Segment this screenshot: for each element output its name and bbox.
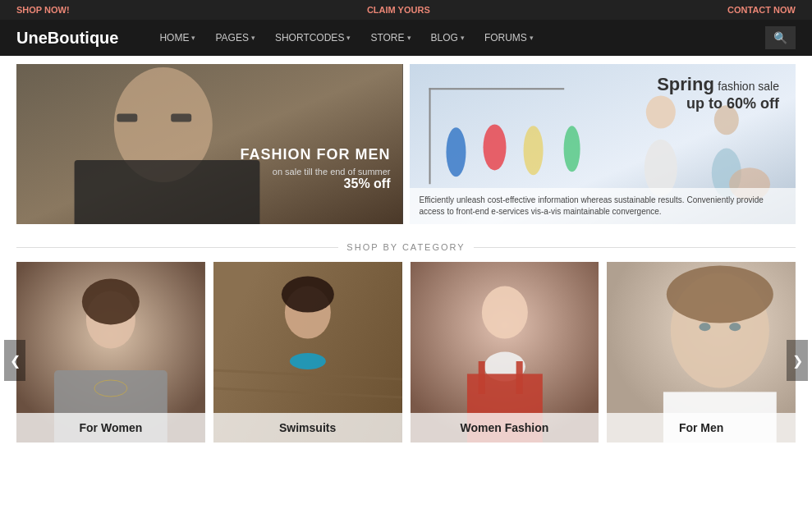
banner-women[interactable]: Spring fashion sale up to 60% off Effici… — [410, 64, 796, 224]
top-bar: SHOP NOW! CLAIM YOURS CONTACT NOW — [0, 0, 812, 20]
chevron-down-icon: ▾ — [346, 34, 351, 42]
svg-point-8 — [446, 127, 466, 177]
banner-women-description: Efficiently unleash cost-effective infor… — [420, 195, 787, 218]
nav-shortcodes[interactable]: SHORTCODES ▾ — [267, 27, 359, 48]
svg-point-27 — [282, 277, 334, 313]
svg-point-10 — [523, 126, 543, 175]
banner-men-bg — [16, 64, 403, 224]
banner-spring-label: Spring — [657, 74, 714, 94]
men-photo-sim — [16, 64, 403, 224]
shop-by-category-divider: SHOP BY CATEGORY — [0, 232, 812, 262]
carousel-prev-button[interactable]: ❮ — [4, 340, 25, 381]
svg-rect-33 — [516, 361, 522, 394]
svg-point-9 — [483, 124, 506, 170]
banner-women-discount: up to 60% off — [657, 95, 779, 112]
banner-fashion-sale-label: fashion sale — [718, 80, 779, 93]
contact-now-link[interactable]: CONTACT NOW — [727, 5, 796, 15]
chevron-down-icon: ▾ — [407, 34, 411, 42]
svg-point-29 — [481, 287, 527, 339]
svg-point-19 — [82, 278, 140, 324]
category-label-for-men: For Men — [607, 413, 796, 443]
top-bar-left: SHOP NOW! — [16, 5, 70, 15]
chevron-down-icon: ▾ — [251, 34, 255, 42]
banner-men-title: FASHION FOR MEN — [240, 146, 390, 163]
search-button[interactable]: 🔍 — [765, 26, 796, 49]
nav-blog[interactable]: BLOG ▾ — [423, 27, 473, 48]
main-nav: HOME ▾ PAGES ▾ SHORTCODES ▾ STORE ▾ BLOG… — [151, 26, 796, 49]
banner-women-overlay: Efficiently unleash cost-effective infor… — [410, 188, 796, 224]
chevron-down-icon: ▾ — [530, 34, 534, 42]
svg-point-26 — [290, 353, 326, 369]
logo-bold: Boutique — [48, 29, 119, 47]
svg-point-11 — [563, 126, 580, 172]
category-label-women-fashion: Women Fashion — [411, 413, 599, 443]
category-grid: For Women — [16, 262, 796, 443]
shop-by-category-label: SHOP BY CATEGORY — [346, 242, 465, 252]
svg-point-39 — [729, 323, 741, 331]
svg-rect-7 — [429, 88, 564, 89]
svg-rect-2 — [75, 160, 260, 224]
svg-rect-6 — [429, 88, 430, 184]
svg-rect-4 — [171, 113, 191, 122]
svg-rect-3 — [117, 113, 137, 122]
category-label-for-women: For Women — [16, 413, 205, 443]
svg-rect-32 — [478, 361, 484, 394]
header: UneBoutique HOME ▾ PAGES ▾ SHORTCODES ▾ … — [0, 20, 812, 56]
banner-men-text: FASHION FOR MEN on sale till the end of … — [240, 146, 390, 191]
banner-men-discount: 35% off — [240, 177, 390, 191]
logo-prefix: Une — [16, 29, 48, 47]
banner-men-subtext: on sale till the end of summer — [240, 167, 390, 177]
category-section: ❮ For Women — [0, 262, 812, 459]
banner-women-text-top: Spring fashion sale up to 60% off — [657, 74, 779, 112]
category-card-for-women[interactable]: For Women — [16, 262, 205, 443]
category-label-swimsuits: Swimsuits — [213, 413, 402, 443]
banner-men[interactable]: FASHION FOR MEN on sale till the end of … — [16, 64, 403, 224]
top-bar-center: CLAIM YOURS — [367, 5, 430, 15]
shop-now-link[interactable]: SHOP NOW! — [16, 5, 70, 15]
category-card-for-men[interactable]: For Men — [607, 262, 796, 443]
category-card-women-fashion[interactable]: Women Fashion — [411, 262, 599, 443]
hero-section: FASHION FOR MEN on sale till the end of … — [0, 56, 812, 232]
svg-point-36 — [667, 266, 773, 323]
claim-yours-link[interactable]: CLAIM YOURS — [367, 5, 430, 15]
category-card-swimsuits[interactable]: Swimsuits — [213, 262, 402, 443]
nav-store[interactable]: STORE ▾ — [362, 27, 419, 48]
logo[interactable]: UneBoutique — [16, 29, 118, 48]
svg-point-38 — [700, 323, 711, 331]
nav-pages[interactable]: PAGES ▾ — [207, 27, 263, 48]
nav-home[interactable]: HOME ▾ — [151, 27, 204, 48]
chevron-down-icon: ▾ — [461, 34, 465, 42]
top-bar-right: CONTACT NOW — [727, 5, 796, 15]
nav-forums[interactable]: FORUMS ▾ — [476, 27, 542, 48]
carousel-next-button[interactable]: ❯ — [787, 340, 808, 381]
chevron-down-icon: ▾ — [191, 34, 195, 42]
